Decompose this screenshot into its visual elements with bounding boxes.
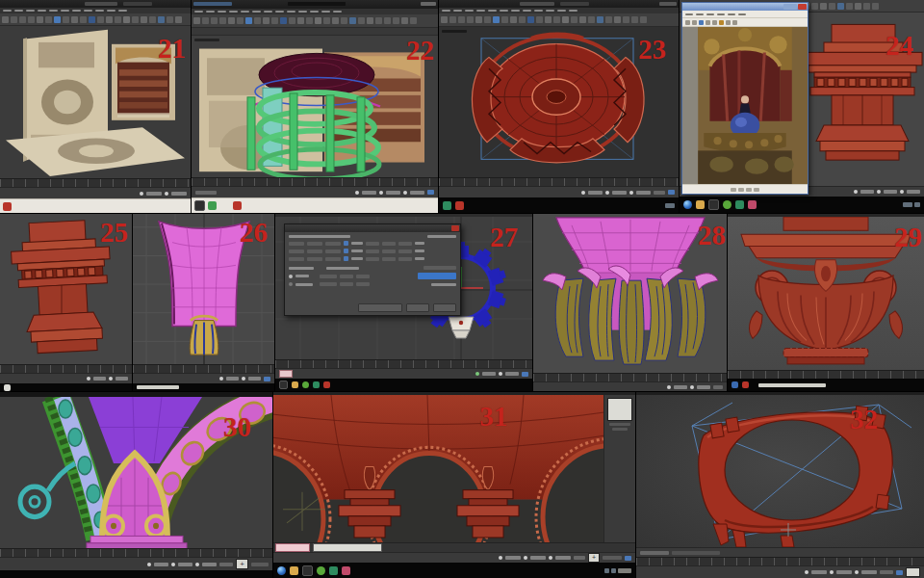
onenote-icon[interactable] [735, 200, 744, 209]
dark-app-icon[interactable] [302, 565, 313, 576]
screenshot-tile-30: + 30 [0, 392, 272, 578]
folder-icon[interactable] [292, 381, 298, 388]
tile-number-label: 22 [406, 37, 434, 65]
red-app-icon[interactable] [455, 201, 464, 210]
close-icon[interactable] [798, 4, 807, 10]
photo-viewer-menubar[interactable] [682, 11, 808, 18]
ring-frame-art [636, 395, 924, 547]
screenshot-tile-25: 25 [0, 214, 132, 391]
system-tray [604, 568, 631, 573]
photo-viewer-nav[interactable] [682, 184, 808, 194]
photo-app-icon[interactable] [342, 566, 350, 575]
red-app-icon[interactable] [3, 202, 12, 211]
timeline-slider[interactable] [133, 364, 274, 373]
viewport-ring-frame[interactable] [636, 395, 924, 547]
windows-taskbar[interactable] [0, 198, 191, 213]
max-toolbar[interactable] [0, 13, 191, 26]
red-app-icon[interactable] [323, 381, 330, 388]
photo-viewer-toolbar[interactable] [682, 18, 808, 27]
windows-taskbar[interactable] [133, 383, 274, 391]
screenshot-tile-26: 26 [133, 214, 274, 391]
timeline-slider[interactable] [0, 364, 132, 373]
maxscript-row [273, 542, 635, 552]
cancel-button[interactable] [433, 303, 456, 312]
window-thumb-icon[interactable] [279, 381, 288, 389]
onenote-icon[interactable] [329, 566, 338, 575]
windows-taskbar[interactable] [273, 563, 635, 578]
status-bar [133, 373, 274, 383]
window-button[interactable] [4, 384, 11, 391]
screenshot-tile-21: 21 [0, 0, 191, 213]
timeline-slider[interactable] [636, 557, 924, 565]
windows-taskbar[interactable] [680, 197, 924, 213]
status-bar [0, 187, 191, 198]
start-orb-icon[interactable] [277, 566, 286, 575]
field-box[interactable] [906, 567, 920, 577]
status-bar [533, 381, 727, 391]
windows-taskbar[interactable] [192, 197, 438, 213]
tile-number-label: 32 [850, 406, 878, 434]
screenshot-tile-28: 28 [533, 214, 727, 391]
tile-number-label: 28 [698, 222, 726, 250]
window-button[interactable] [758, 383, 826, 387]
green-sphere-icon[interactable] [302, 381, 309, 388]
max-toolbar[interactable] [439, 13, 679, 27]
max-ribbon[interactable] [192, 28, 438, 36]
windows-taskbar[interactable] [728, 379, 924, 391]
windows-taskbar[interactable] [275, 379, 532, 391]
array-dialog-titlebar[interactable] [285, 224, 460, 232]
viewport-label [194, 39, 219, 41]
photo-app-icon[interactable] [748, 200, 757, 209]
timeline-slider[interactable] [192, 177, 438, 186]
viewport-balcony-massing[interactable] [192, 36, 438, 177]
timeline-slider[interactable] [275, 359, 532, 368]
start-orb-icon[interactable] [683, 200, 692, 209]
prompt-row [636, 547, 924, 557]
close-icon[interactable] [451, 225, 459, 231]
reset-parameters-button[interactable] [358, 303, 402, 312]
max-toolbar[interactable] [192, 14, 438, 28]
window-button[interactable] [137, 385, 179, 389]
preview-button[interactable] [418, 273, 456, 279]
photo-viewer-window[interactable] [681, 2, 808, 195]
plus-gizmo-icon[interactable]: + [588, 553, 600, 563]
green-sphere-icon[interactable] [317, 566, 325, 575]
timeline-slider[interactable] [439, 177, 679, 186]
plus-gizmo-icon[interactable]: + [236, 559, 248, 569]
opera-box-photo [682, 27, 808, 184]
dark-app-icon[interactable] [708, 199, 719, 210]
onenote-icon[interactable] [313, 381, 320, 388]
red-app-icon[interactable] [742, 381, 749, 388]
tile-number-label: 25 [100, 219, 128, 247]
array-dialog[interactable] [284, 223, 461, 316]
folder-icon[interactable] [290, 566, 298, 575]
tile-number-label: 27 [490, 223, 518, 251]
timeline-slider[interactable] [533, 373, 727, 381]
onenote-icon[interactable] [443, 201, 451, 210]
red-app-icon[interactable] [233, 201, 242, 210]
maxscript-mini-listener[interactable] [279, 370, 293, 378]
viewport-red-arcade[interactable] [273, 395, 603, 542]
source-ornament [449, 317, 474, 338]
timeline-slider[interactable] [0, 178, 191, 187]
timeline-slider[interactable] [728, 370, 924, 379]
tile-number-label: 24 [886, 32, 913, 60]
max-titlebar[interactable] [0, 0, 191, 8]
modifier-panel[interactable] [603, 395, 635, 542]
timeline-slider[interactable] [0, 548, 272, 557]
modifier-list-box[interactable] [607, 398, 632, 421]
green-sphere-icon[interactable] [723, 200, 732, 209]
windows-taskbar[interactable] [0, 570, 272, 578]
maxscript-mini-listener[interactable] [275, 543, 310, 552]
minimize-maximize-icons[interactable] [783, 4, 797, 10]
max-titlebar[interactable] [192, 0, 438, 9]
folder-icon[interactable] [696, 200, 705, 209]
photo-viewer-titlebar[interactable] [682, 3, 808, 11]
blue-app-icon[interactable] [732, 381, 738, 388]
windows-taskbar[interactable] [439, 197, 679, 213]
windows-taskbar[interactable] [0, 383, 132, 391]
window-thumb-icon[interactable] [194, 200, 205, 211]
max-titlebar[interactable] [439, 0, 679, 8]
green-app-icon[interactable] [208, 201, 217, 210]
ok-button[interactable] [406, 303, 429, 312]
